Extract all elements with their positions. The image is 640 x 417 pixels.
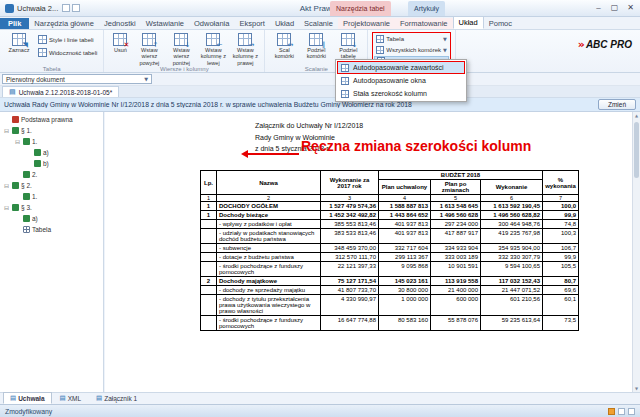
delete-button[interactable]: Usuń — [108, 32, 132, 53]
save-icon[interactable] — [62, 4, 70, 12]
ribbon-tab[interactable]: Układ — [453, 16, 484, 29]
tree-item[interactable]: 1. — [0, 191, 103, 202]
col-header-lp: Lp. — [201, 171, 217, 195]
cell-name: - subwencje — [217, 244, 321, 253]
document-tab[interactable]: ▤ Uchwała 2.12.2018-2018-01-05* — [2, 86, 119, 97]
cell-name: - wpływy z podatków i opłat — [217, 220, 321, 229]
ribbon-tab[interactable]: Odwołania — [189, 18, 234, 29]
col-header-budget: BUDŻET 2018 — [379, 171, 543, 180]
cell-plan-adopted: 401 937 813 — [379, 229, 431, 244]
tree-item[interactable]: Podstawa prawna — [0, 114, 103, 125]
table-row[interactable]: - subwencje 348 459 370,00 332 717 604 3… — [201, 244, 579, 253]
minimize-icon[interactable]: – — [591, 1, 606, 14]
table-row[interactable]: - udziały w podatkach stanowiących dochó… — [201, 229, 579, 244]
node-icon — [23, 171, 30, 178]
tree-item[interactable]: 2. — [0, 169, 103, 180]
tree-item[interactable]: 1. — [0, 136, 103, 147]
table-row[interactable]: 1 DOCHODY OGÓŁEM 1 527 479 574,36 1 588 … — [201, 202, 579, 211]
tree-item[interactable]: b) — [0, 158, 103, 169]
ribbon-tab[interactable]: Wstawianie — [141, 18, 189, 29]
cell-percent: 80,7 — [543, 277, 579, 286]
vertical-scrollbar[interactable]: ▲ ▼ — [632, 112, 640, 392]
scroll-up-icon[interactable]: ▲ — [633, 113, 640, 118]
table-row[interactable]: - środki pochodzące z funduszy pomocowyc… — [201, 262, 579, 277]
tree-item[interactable]: Tabela — [0, 224, 103, 235]
ribbon-tab[interactable]: Pomoc — [484, 18, 517, 29]
select-button[interactable]: Zaznacz — [4, 32, 34, 53]
bottom-tab-label: Załącznik 1 — [104, 395, 137, 402]
table-row[interactable]: - dochody z tytułu przekształcenia prawa… — [201, 295, 579, 316]
notification-icon[interactable] — [608, 408, 615, 415]
insert-row-below-button[interactable]: Wstaw wiersz poniżej — [166, 32, 196, 66]
table-row[interactable]: - środki pochodzące z funduszy pomocowyc… — [201, 316, 579, 331]
maximize-icon[interactable]: ▢ — [607, 1, 622, 14]
undo-icon[interactable] — [72, 4, 80, 12]
bottom-tab[interactable]: ▤ Załącznik 1 — [89, 392, 144, 404]
bottom-tab[interactable]: ▤ XML — [53, 392, 89, 404]
insert-column-right-icon — [238, 33, 252, 46]
ribbon-tab[interactable]: Układ — [270, 18, 299, 29]
split-cells-button[interactable]: Podziel komórki — [301, 32, 331, 60]
menu-item[interactable]: Autodopasowanie zawartości — [337, 61, 465, 74]
button-label: Wstaw wiersz powyżej — [134, 47, 164, 66]
table-row[interactable]: - dotacje z budżetu państwa 312 570 111,… — [201, 253, 579, 262]
cell-plan-changed: 1 496 560 628 — [431, 211, 481, 220]
ribbon-tab[interactable]: Projektowanie — [338, 18, 395, 29]
document-tab-label: Uchwała 2.12.2018-2018-01-05* — [19, 89, 113, 96]
ribbon-tab[interactable]: Scalanie — [299, 18, 338, 29]
ribbon-tab[interactable]: Eksport — [234, 18, 269, 29]
autofit-table-button[interactable]: Tabela ▼ — [374, 34, 449, 44]
tree-item[interactable]: § 3. — [0, 202, 103, 213]
context-group-table-tools[interactable]: Narzędzia tabel — [330, 1, 391, 16]
table-row[interactable]: - dochody ze sprzedaży majątku 41 807 73… — [201, 286, 579, 295]
bottom-tab[interactable]: ▤ Uchwała — [3, 392, 52, 404]
selector-value: Pierwotny dokument — [6, 76, 65, 83]
col-header-execution: Wykonanie — [481, 180, 543, 195]
col-header-2017: Wykonanie za 2017 rok — [321, 171, 379, 195]
col-header-plan-changed: Plan po zmianach — [431, 180, 481, 195]
insert-column-left-button[interactable]: Wstaw kolumnę z lewej — [198, 32, 228, 66]
view-mode-icon[interactable] — [618, 408, 625, 415]
context-group-articles[interactable]: Artykuły — [408, 1, 445, 16]
tree-item[interactable]: a) — [0, 147, 103, 158]
split-table-icon — [341, 33, 355, 46]
menu-item[interactable]: Autodopasowanie okna — [337, 74, 465, 87]
document-page[interactable]: Załącznik do Uchwały Nr I/12/2018 Rady G… — [105, 112, 632, 392]
cell-execution: 1 496 560 628,82 — [481, 211, 543, 220]
cell-exec-2017: 4 330 990,97 — [321, 295, 379, 316]
merge-cells-button[interactable]: Scal komórki — [269, 32, 299, 60]
table-visibility-button[interactable]: Widoczność tabeli — [36, 47, 99, 58]
insert-row-above-button[interactable]: Wstaw wiersz powyżej — [134, 32, 164, 66]
menu-item[interactable]: Stała szerokość kolumn — [337, 87, 465, 100]
ribbon-tab-label: Projektowanie — [343, 19, 390, 28]
insert-column-right-button[interactable]: Wstaw kolumnę z prawej — [230, 32, 260, 66]
ribbon-tab[interactable]: Jednostki — [99, 18, 141, 29]
cell-execution: 21 447 071,52 — [481, 286, 543, 295]
cell-plan-changed: 600 000 — [431, 295, 481, 316]
split-table-button[interactable]: Podziel tabelę — [333, 32, 363, 60]
table-row[interactable]: - wpływy z podatków i opłat 385 553 813,… — [201, 220, 579, 229]
scroll-down-icon[interactable]: ▼ — [633, 386, 640, 391]
expander-icon[interactable] — [3, 204, 10, 211]
tree-item[interactable]: a) — [0, 213, 103, 224]
cell-plan-adopted: 299 113 367 — [379, 253, 431, 262]
cell-name: - dochody z tytułu przekształcenia prawa… — [217, 295, 321, 316]
zoom-icon[interactable] — [628, 408, 635, 415]
ribbon-tab[interactable]: Plik — [0, 18, 29, 29]
ribbon-tab[interactable]: Formatowanie — [395, 18, 453, 29]
expander-icon[interactable] — [14, 138, 21, 145]
table-row[interactable]: 1 Dochody bieżące 1 452 342 492,82 1 443… — [201, 211, 579, 220]
document-version-selector[interactable]: Pierwotny dokument ▼ — [2, 74, 152, 84]
table-row[interactable]: 2 Dochody majątkowe 75 127 171,54 145 02… — [201, 277, 579, 286]
change-button[interactable]: Zmień — [598, 99, 636, 110]
close-icon[interactable]: ✕ — [623, 1, 638, 14]
tree-item[interactable]: § 1. — [0, 125, 103, 136]
table-styles-button[interactable]: Style i linie tabeli — [36, 34, 99, 45]
expander-icon[interactable] — [3, 127, 10, 134]
budget-table[interactable]: Lp. Nazwa Wykonanie za 2017 rok BUDŻET 2… — [200, 170, 579, 331]
expander-icon[interactable] — [3, 182, 10, 189]
ribbon-tab[interactable]: Narzędzia główne — [29, 18, 99, 29]
scrollbar-thumb[interactable] — [634, 122, 639, 178]
autofit-all-cells-button[interactable]: Wszystkich komórek ▼ — [374, 45, 449, 55]
tree-item[interactable]: § 2. — [0, 180, 103, 191]
